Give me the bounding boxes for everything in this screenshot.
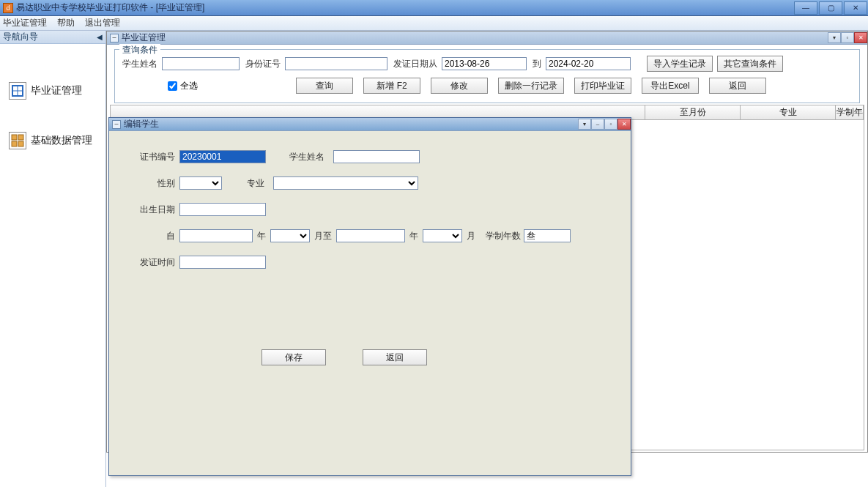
input-issue-time[interactable] bbox=[179, 256, 266, 269]
input-from-year[interactable] bbox=[179, 229, 253, 242]
add-button[interactable]: 新增 F2 bbox=[363, 78, 420, 94]
delete-row-button[interactable]: 删除一行记录 bbox=[498, 78, 564, 94]
select-major[interactable] bbox=[273, 176, 418, 190]
dialog-min-button[interactable]: – bbox=[591, 119, 604, 130]
label-select-all: 全选 bbox=[180, 80, 198, 92]
label-issue-date-from: 发证日期从 bbox=[393, 58, 437, 70]
svg-rect-3 bbox=[12, 135, 17, 140]
label-birth-date: 出生日期 bbox=[122, 204, 175, 216]
edit-student-dialog: – 编辑学生 ▾ – ▫ ✕ 证书编号 学生姓名 性别 专业 出生日期 bbox=[108, 117, 631, 476]
query-button[interactable]: 查询 bbox=[296, 78, 353, 94]
export-excel-button[interactable]: 导出Excel bbox=[642, 78, 699, 94]
dialog-restore-button[interactable]: ▫ bbox=[604, 119, 617, 130]
import-students-button[interactable]: 导入学生记录 bbox=[647, 56, 713, 72]
label-year1: 年 bbox=[257, 230, 266, 242]
table-col-major[interactable]: 专业 bbox=[741, 105, 836, 119]
window-title: 易达职业中专学校毕业证打印软件 - [毕业证管理] bbox=[16, 1, 204, 14]
basedata-icon bbox=[9, 132, 26, 149]
input-date-from[interactable] bbox=[442, 57, 527, 70]
mdi-sys-icon[interactable]: – bbox=[110, 34, 119, 42]
dialog-back-button[interactable]: 返回 bbox=[363, 349, 427, 365]
sidebar-item-graduation[interactable]: 毕业证管理 bbox=[0, 66, 105, 116]
edit-button[interactable]: 修改 bbox=[431, 78, 488, 94]
svg-rect-6 bbox=[18, 141, 23, 146]
table-col-study-years[interactable]: 学制年 bbox=[836, 105, 864, 119]
mdi-restore-button[interactable]: ▫ bbox=[841, 32, 854, 43]
menu-help[interactable]: 帮助 bbox=[57, 17, 75, 29]
save-button[interactable]: 保存 bbox=[261, 349, 326, 365]
menu-graduation[interactable]: 毕业证管理 bbox=[3, 17, 47, 29]
groupbox-title: 查询条件 bbox=[119, 44, 160, 56]
window-maximize-button[interactable]: ▢ bbox=[819, 1, 842, 15]
sidebar-item-label: 毕业证管理 bbox=[31, 84, 82, 97]
dialog-title: 编辑学生 bbox=[124, 118, 159, 130]
label-major: 专业 bbox=[237, 177, 264, 190]
input-birth-date[interactable] bbox=[179, 203, 266, 216]
svg-rect-5 bbox=[12, 141, 17, 146]
sidebar-header: 导航向导 ◀ bbox=[0, 31, 105, 44]
mdi-close-button[interactable]: ✕ bbox=[854, 32, 867, 43]
svg-rect-4 bbox=[18, 135, 23, 140]
label-year2: 年 bbox=[409, 230, 418, 242]
input-student-name[interactable] bbox=[162, 57, 240, 70]
window-minimize-button[interactable]: — bbox=[794, 1, 817, 15]
select-from-month[interactable] bbox=[270, 229, 310, 242]
label-issue-time: 发证时间 bbox=[122, 256, 175, 269]
mdi-minimize-button[interactable]: ▾ bbox=[828, 32, 841, 43]
sidebar-title: 导航向导 bbox=[3, 31, 38, 43]
input-date-to[interactable] bbox=[546, 57, 631, 70]
sidebar: 导航向导 ◀ 毕业证管理 基础数据管理 bbox=[0, 31, 106, 487]
select-all-checkbox[interactable] bbox=[168, 81, 177, 91]
label-month: 月 bbox=[467, 230, 475, 242]
label-student-name-dlg: 学生姓名 bbox=[281, 151, 324, 163]
dialog-close-button[interactable]: ✕ bbox=[617, 119, 631, 130]
input-to-year[interactable] bbox=[336, 229, 405, 242]
label-from: 自 bbox=[122, 230, 175, 242]
input-study-years[interactable] bbox=[524, 229, 571, 242]
window-titlebar: d 易达职业中专学校毕业证打印软件 - [毕业证管理] — ▢ ✕ bbox=[0, 0, 868, 16]
menu-exit[interactable]: 退出管理 bbox=[85, 17, 120, 29]
query-groupbox: 查询条件 学生姓名 身份证号 发证日期从 到 导入学生记录 其它查询条件 bbox=[114, 49, 860, 103]
mdi-title: 毕业证管理 bbox=[122, 31, 166, 44]
menubar: 毕业证管理 帮助 退出管理 bbox=[0, 16, 868, 31]
input-id-number[interactable] bbox=[285, 57, 387, 70]
sidebar-item-basedata[interactable]: 基础数据管理 bbox=[0, 116, 105, 166]
graduation-icon bbox=[9, 82, 26, 100]
label-study-years: 学制年数 bbox=[486, 230, 521, 242]
back-button[interactable]: 返回 bbox=[709, 78, 766, 94]
input-student-name-dlg[interactable] bbox=[333, 150, 420, 163]
label-student-name: 学生姓名 bbox=[122, 58, 157, 70]
other-query-button[interactable]: 其它查询条件 bbox=[717, 56, 783, 72]
print-button[interactable]: 打印毕业证 bbox=[574, 78, 631, 94]
app-icon: d bbox=[3, 3, 13, 13]
label-cert-no: 证书编号 bbox=[122, 151, 175, 163]
dialog-minimize-button[interactable]: ▾ bbox=[578, 119, 591, 130]
input-cert-no[interactable] bbox=[179, 150, 266, 163]
select-gender[interactable] bbox=[179, 176, 222, 190]
label-month-to: 月至 bbox=[314, 230, 332, 242]
sidebar-collapse-icon[interactable]: ◀ bbox=[97, 33, 103, 41]
sidebar-item-label: 基础数据管理 bbox=[31, 134, 92, 147]
label-to: 到 bbox=[533, 58, 541, 70]
label-gender: 性别 bbox=[122, 177, 175, 190]
window-close-button[interactable]: ✕ bbox=[844, 1, 867, 15]
dialog-sys-icon[interactable]: – bbox=[112, 120, 121, 129]
label-id-number: 身份证号 bbox=[245, 58, 281, 70]
table-col-to-month[interactable]: 至月份 bbox=[645, 105, 741, 119]
select-to-month[interactable] bbox=[423, 229, 462, 242]
